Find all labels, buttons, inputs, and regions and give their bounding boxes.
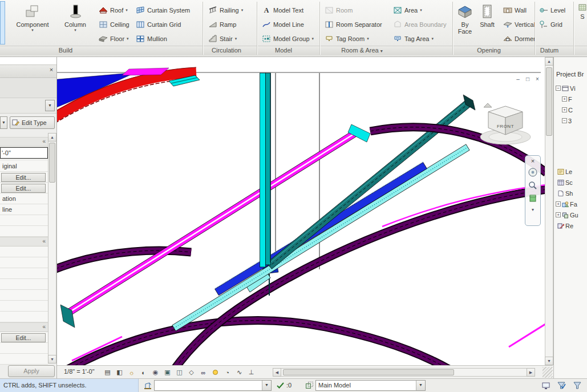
tree-item-3d-views[interactable]: − 3 bbox=[562, 116, 587, 126]
tag-area-button[interactable]: Tag Area ▾ bbox=[391, 32, 435, 45]
scrollbar-thumb[interactable] bbox=[546, 67, 552, 136]
panel-label-model[interactable]: Model bbox=[266, 46, 301, 55]
edit-value-button[interactable]: Edit... bbox=[1, 173, 46, 182]
component-button[interactable]: Component ▾ bbox=[15, 2, 50, 33]
vertical-opening-button[interactable]: Vertical bbox=[501, 18, 537, 31]
scroll-up-icon[interactable]: ▲ bbox=[48, 133, 56, 142]
background-processes-icon[interactable] bbox=[541, 381, 550, 390]
beam-red-arc[interactable] bbox=[57, 67, 196, 126]
grid-button[interactable]: Grid bbox=[537, 18, 564, 31]
selection-filter-check-icon[interactable] bbox=[556, 381, 566, 390]
expand-plus-icon[interactable]: + bbox=[562, 96, 567, 102]
chevron-down-icon[interactable]: ▼ bbox=[416, 381, 425, 390]
edit-value-button[interactable]: Edit... bbox=[1, 184, 46, 193]
property-row[interactable] bbox=[0, 279, 48, 290]
property-row[interactable]: line bbox=[0, 204, 48, 215]
partial-build-button[interactable] bbox=[0, 1, 5, 45]
resize-grip[interactable] bbox=[543, 367, 553, 378]
property-row[interactable]: iginal bbox=[0, 161, 48, 172]
wall-opening-button[interactable]: Wall bbox=[501, 3, 528, 17]
edit-value-button[interactable]: Edit... bbox=[1, 333, 46, 342]
scroll-down-icon[interactable]: ▼ bbox=[48, 355, 56, 363]
property-row[interactable] bbox=[0, 354, 48, 365]
railing-button[interactable]: Railing ▾ bbox=[207, 3, 245, 17]
beam-cyan-purlin[interactable] bbox=[172, 144, 469, 331]
curtain-grid-button[interactable]: Curtain Grid bbox=[134, 18, 183, 31]
apply-button[interactable]: Apply bbox=[8, 365, 55, 377]
lock-view-icon[interactable]: ◇ bbox=[187, 367, 196, 377]
ceiling-button[interactable]: Ceiling bbox=[97, 18, 131, 31]
viewport-restore-icon[interactable]: □ bbox=[524, 76, 532, 83]
chevron-down-icon[interactable]: ▼ bbox=[45, 100, 55, 111]
scroll-down-icon[interactable]: ▼ bbox=[545, 357, 553, 365]
scroll-right-icon[interactable]: ▶ bbox=[527, 368, 535, 377]
floor-button[interactable]: Floor ▾ bbox=[97, 32, 131, 45]
property-group-header[interactable]: « bbox=[0, 137, 48, 147]
model-line-button[interactable]: Model Line bbox=[260, 18, 306, 31]
roof-button[interactable]: Roof ▾ bbox=[97, 3, 129, 17]
room-separator-button[interactable]: Room Separator bbox=[323, 18, 384, 31]
view-scale-button[interactable]: 1/8" = 1'-0" bbox=[64, 368, 95, 375]
property-row[interactable] bbox=[0, 343, 48, 354]
beam-arch-left[interactable] bbox=[57, 250, 191, 271]
property-group-header[interactable]: « bbox=[0, 322, 48, 332]
beam-arch-bottom[interactable] bbox=[57, 321, 545, 365]
panel-label-build[interactable]: Build bbox=[48, 46, 83, 55]
property-row[interactable] bbox=[0, 246, 48, 257]
property-row[interactable] bbox=[0, 226, 48, 237]
property-value-field[interactable]: '-0" bbox=[0, 147, 48, 159]
expand-plus-icon[interactable]: + bbox=[556, 212, 561, 217]
steering-wheel-icon[interactable] bbox=[527, 167, 539, 178]
drawing-area[interactable]: FRONT – □ × × ▾ bbox=[57, 57, 545, 365]
scroll-left-icon[interactable]: ◀ bbox=[273, 368, 281, 377]
level-button[interactable]: Level bbox=[537, 3, 567, 17]
dormer-opening-button[interactable]: Dormer bbox=[501, 32, 537, 45]
tree-item-ceiling-plans[interactable]: + C bbox=[562, 105, 587, 115]
navbar-close-icon[interactable]: × bbox=[527, 157, 539, 165]
collapse-chevron-icon[interactable]: « bbox=[42, 138, 46, 144]
property-row[interactable] bbox=[0, 312, 48, 322]
sun-path-icon[interactable]: ☼ bbox=[127, 367, 136, 377]
opening-by-face-button[interactable]: By Face bbox=[455, 2, 475, 35]
navbar-chevron-down-icon[interactable]: ▾ bbox=[527, 206, 539, 213]
editable-only-check-icon[interactable] bbox=[276, 381, 285, 390]
worksharing-display-icon[interactable]: ◔ bbox=[222, 367, 232, 377]
shadows-icon[interactable]: ◐ bbox=[139, 367, 148, 377]
close-icon[interactable]: × bbox=[47, 66, 55, 75]
scroll-up-icon[interactable]: ▲ bbox=[545, 57, 553, 66]
viewport-close-icon[interactable]: × bbox=[533, 76, 541, 83]
active-workset-dropdown[interactable]: ▼ bbox=[154, 380, 272, 391]
column-button[interactable]: Column ▾ bbox=[60, 2, 90, 33]
type-selector-combobox[interactable]: ▼ bbox=[0, 98, 56, 114]
column-cyan[interactable] bbox=[260, 73, 271, 267]
ramp-button[interactable]: Ramp bbox=[207, 18, 238, 31]
viewport-minimize-icon[interactable]: – bbox=[514, 76, 522, 83]
collapse-minus-icon[interactable]: − bbox=[562, 118, 567, 123]
area-boundary-button[interactable]: Area Boundary bbox=[391, 18, 448, 31]
tree-item-families[interactable]: + Fa bbox=[556, 199, 587, 209]
design-options-dropdown[interactable]: Main Model ▼ bbox=[315, 380, 426, 391]
model-text-button[interactable]: A Model Text bbox=[260, 3, 305, 17]
property-row[interactable] bbox=[0, 268, 48, 279]
set-work-plane-button[interactable]: S bbox=[576, 2, 587, 20]
area-button[interactable]: Area ▾ bbox=[391, 3, 424, 17]
property-row[interactable] bbox=[0, 215, 48, 226]
scrollbar-thumb[interactable] bbox=[49, 143, 55, 183]
worksets-icon[interactable] bbox=[143, 381, 152, 390]
expand-plus-icon[interactable]: + bbox=[556, 201, 561, 207]
room-button[interactable]: Room bbox=[323, 3, 354, 17]
tree-item-sheets[interactable]: Sh bbox=[557, 188, 587, 198]
property-row[interactable] bbox=[0, 290, 48, 301]
viewcube[interactable]: FRONT bbox=[480, 103, 531, 144]
panel-label-datum[interactable]: Datum bbox=[532, 46, 567, 55]
viewcube-front-label[interactable]: FRONT bbox=[497, 124, 514, 129]
design-options-icon[interactable] bbox=[305, 381, 314, 390]
filter-icon[interactable] bbox=[572, 381, 582, 390]
opening-shaft-button[interactable]: Shaft bbox=[477, 2, 497, 28]
scrollbar-thumb[interactable] bbox=[283, 369, 454, 375]
panel-label-opening[interactable]: Opening bbox=[472, 46, 506, 55]
collapse-chevron-icon[interactable]: « bbox=[42, 324, 46, 330]
tree-item-floor-plans[interactable]: + F bbox=[562, 94, 587, 104]
expand-plus-icon[interactable]: + bbox=[562, 107, 567, 112]
tree-item-revit-links[interactable]: Re bbox=[557, 221, 587, 231]
